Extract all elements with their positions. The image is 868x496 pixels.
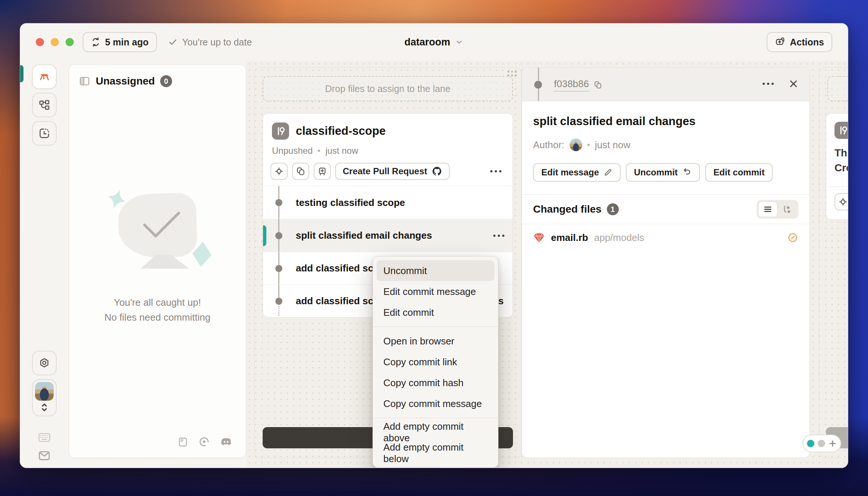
branch-status: Unpushed xyxy=(272,146,313,156)
add-lane-button[interactable] xyxy=(829,439,837,448)
big-check-icon xyxy=(137,209,186,247)
check-icon xyxy=(168,37,178,47)
sync-icon xyxy=(91,37,101,47)
commit-hash-button[interactable]: f038b86 xyxy=(554,78,602,92)
changelog-button[interactable] xyxy=(177,436,189,448)
github-icon xyxy=(432,166,442,177)
sync-label: 5 min ago xyxy=(105,37,149,48)
traffic-lights xyxy=(36,38,74,46)
profile-switcher[interactable] xyxy=(32,379,57,416)
settings-button[interactable] xyxy=(32,351,57,375)
commit-detail-menu-button[interactable] xyxy=(763,83,774,85)
pencil-icon xyxy=(604,168,612,177)
file-name: email.rb xyxy=(551,232,588,244)
changed-file-row[interactable]: email.rb app/models xyxy=(522,224,810,251)
commit-row[interactable]: testing classified scope xyxy=(263,186,513,219)
branch-badge-icon xyxy=(834,122,848,139)
create-pull-request-button[interactable]: Create Pull Request xyxy=(335,163,450,180)
empty-state-illustration xyxy=(98,187,217,276)
lane-drag-handle[interactable] xyxy=(507,71,517,76)
target-plus-icon xyxy=(274,166,284,176)
branch-badge-icon xyxy=(272,123,289,140)
commit-message: add classified sc xyxy=(296,263,373,274)
open-source-button[interactable] xyxy=(198,436,210,448)
chevron-down-icon xyxy=(455,38,464,47)
separator-dot xyxy=(587,144,590,146)
branch-card-header: classified-scope Unpushed just now xyxy=(263,114,513,163)
branch-menu-button[interactable] xyxy=(490,170,501,172)
menu-item-copy-commit-link[interactable]: Copy commit link xyxy=(377,352,494,372)
actions-icon xyxy=(775,37,785,47)
menu-item-add-empty-commit-below[interactable]: Add empty commit below xyxy=(377,443,494,464)
unassigned-footer xyxy=(69,436,246,458)
minimize-window-button[interactable] xyxy=(51,38,59,46)
ruby-file-icon xyxy=(533,232,545,244)
lane-pager xyxy=(802,435,841,452)
separator-dot xyxy=(318,150,320,152)
actions-label: Actions xyxy=(790,37,824,48)
discord-button[interactable] xyxy=(220,436,232,448)
branch-title-line: Th xyxy=(834,146,848,160)
menu-item-edit-commit[interactable]: Edit commit xyxy=(377,302,494,323)
menu-item-add-empty-commit-above[interactable]: Add empty commit above xyxy=(377,422,494,443)
commit-dot-icon xyxy=(275,232,282,239)
actions-button[interactable]: Actions xyxy=(767,32,832,52)
menu-item-copy-commit-hash[interactable]: Copy commit hash xyxy=(377,372,494,393)
lane-page-dot[interactable] xyxy=(818,440,825,447)
zoom-window-button[interactable] xyxy=(66,38,74,46)
lane-page-dot-active[interactable] xyxy=(807,440,814,447)
edit-commit-button[interactable]: Edit commit xyxy=(705,163,773,182)
close-window-button[interactable] xyxy=(36,38,44,46)
commit-target-button[interactable] xyxy=(270,163,288,180)
empty-state-subtitle: No files need committing xyxy=(104,310,210,325)
right-branch-lane: Th Cre xyxy=(819,67,848,458)
commit-author-row: Author: just now xyxy=(533,139,798,151)
commit-time: just now xyxy=(595,139,630,151)
commit-menu-button[interactable] xyxy=(493,235,504,237)
lane-dropzone[interactable] xyxy=(827,76,848,101)
modified-status-icon xyxy=(787,232,798,243)
rail-workspace-button[interactable] xyxy=(32,64,57,89)
workbench-icon xyxy=(38,70,51,83)
up-to-date-label: You're up to date xyxy=(182,37,252,48)
menu-item-uncommit[interactable]: Uncommit xyxy=(377,260,494,281)
window-topbar: 5 min ago You're up to date dataroom Act… xyxy=(20,23,848,61)
mail-icon xyxy=(38,450,51,462)
up-to-date-status: You're up to date xyxy=(168,37,252,48)
plus-icon xyxy=(829,439,837,448)
close-detail-button[interactable] xyxy=(788,78,799,89)
menu-item-edit-commit-message[interactable]: Edit commit message xyxy=(377,281,494,302)
commit-target-button[interactable] xyxy=(834,193,848,210)
commit-dot-icon xyxy=(275,265,282,272)
selector-chevrons-icon xyxy=(39,401,50,414)
menu-item-open-in-browser[interactable]: Open in browser xyxy=(377,331,494,352)
tree-view-icon xyxy=(782,204,792,214)
uncommit-button[interactable]: Uncommit xyxy=(626,163,700,182)
rail-history-button[interactable] xyxy=(32,121,57,146)
branch-toolbar: Create Pull Request xyxy=(263,163,513,186)
uncommit-label: Uncommit xyxy=(634,167,678,178)
commit-dot-icon xyxy=(275,199,282,206)
tree-view-button[interactable] xyxy=(777,201,797,217)
menu-item-copy-commit-message[interactable]: Copy commit message xyxy=(377,393,494,414)
project-switcher[interactable]: dataroom xyxy=(404,36,463,48)
commit-message: add classified sc xyxy=(296,295,373,307)
author-label: Author: xyxy=(533,139,564,151)
dropzone-label: Drop files to assign to the lane xyxy=(325,83,450,94)
commit-row[interactable]: split classified email changes xyxy=(263,219,513,252)
rail-branches-button[interactable] xyxy=(32,93,57,117)
left-rail xyxy=(20,64,69,468)
edit-message-button[interactable]: Edit message xyxy=(533,163,621,182)
branch-meta: Unpushed just now xyxy=(272,146,504,156)
lane-dropzone[interactable]: Drop files to assign to the lane xyxy=(263,76,513,101)
keyboard-shortcuts-button[interactable] xyxy=(38,432,51,443)
history-icon xyxy=(38,127,50,139)
branch-name[interactable]: classified-scope xyxy=(296,124,386,138)
add-dependent-branch-button[interactable] xyxy=(314,163,331,180)
sync-button[interactable]: 5 min ago xyxy=(83,32,157,52)
feedback-button[interactable] xyxy=(38,450,51,462)
undo-icon xyxy=(682,168,692,177)
create-pr-label: Create Pull Request xyxy=(343,166,427,177)
list-view-button[interactable] xyxy=(758,201,777,217)
duplicate-branch-button[interactable] xyxy=(292,163,309,180)
